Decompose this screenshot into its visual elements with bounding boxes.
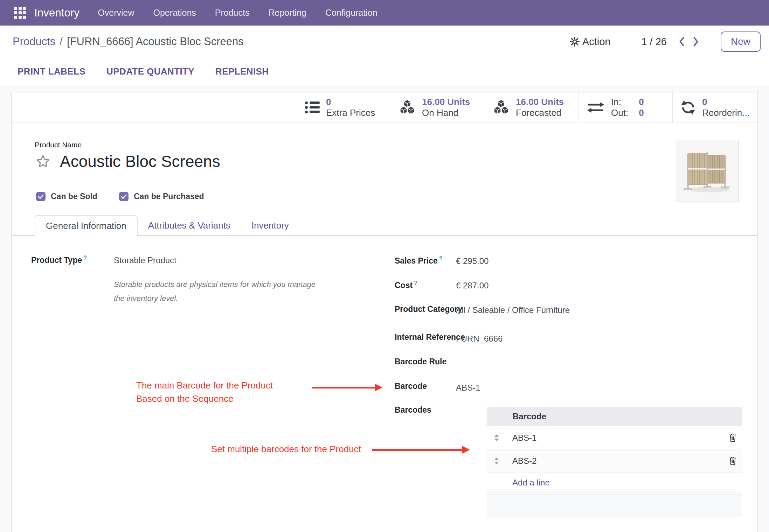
annotation-arrow-icon bbox=[312, 384, 382, 391]
forecasted-stat-button[interactable]: 16.00 Units Forecasted bbox=[485, 92, 579, 122]
notebook-tabs: General Information Attributes & Variant… bbox=[35, 215, 299, 236]
table-row[interactable]: ABS-2 bbox=[487, 449, 742, 472]
star-icon[interactable] bbox=[35, 154, 51, 169]
breadcrumb-current: [FURN_6666] Acoustic Bloc Screens bbox=[67, 35, 244, 48]
tab-inventory[interactable]: Inventory bbox=[241, 215, 299, 236]
product-type-value[interactable]: Storable Product bbox=[114, 255, 176, 265]
barcodes-label: Barcodes bbox=[395, 405, 431, 415]
internal-reference-label: Internal Reference bbox=[395, 332, 465, 342]
on-hand-value: 16.00 Units bbox=[422, 97, 470, 107]
table-row[interactable]: ABS-1 bbox=[487, 426, 742, 449]
annotation-multi-barcode: Set multiple barcodes for the Product bbox=[211, 442, 361, 456]
top-nav: Inventory Overview Operations Products R… bbox=[0, 0, 769, 26]
product-type-help-line2: the inventory level. bbox=[114, 294, 178, 303]
form-sheet: 0 Extra Prices 16.00 Units On Hand bbox=[11, 92, 758, 532]
product-image[interactable] bbox=[676, 140, 739, 202]
product-category-label: Product Category bbox=[395, 304, 462, 314]
delete-column-header bbox=[723, 407, 742, 426]
on-hand-stat-button[interactable]: 16.00 Units On Hand bbox=[391, 92, 485, 122]
nav-item-products[interactable]: Products bbox=[215, 8, 250, 18]
drag-handle-icon[interactable] bbox=[494, 457, 499, 464]
product-type-label: Product Type? bbox=[31, 255, 87, 265]
replenish-button[interactable]: REPLENISH bbox=[215, 66, 269, 77]
gear-icon bbox=[570, 37, 580, 47]
nav-item-operations[interactable]: Operations bbox=[153, 8, 196, 18]
in-out-stat-button[interactable]: In: 0 Out: 0 bbox=[579, 92, 672, 122]
help-question-mark: ? bbox=[439, 255, 443, 261]
chevron-left-icon bbox=[679, 36, 685, 47]
empty-table-footer bbox=[487, 494, 742, 517]
product-name-label: Product Name bbox=[35, 141, 82, 149]
apps-grid-icon[interactable] bbox=[14, 7, 26, 19]
action-label: Action bbox=[582, 36, 611, 48]
extra-prices-label: Extra Prices bbox=[326, 107, 375, 118]
can-be-sold-label: Can be Sold bbox=[51, 192, 97, 201]
statusbar: PRINT LABELS UPDATE QUANTITY REPLENISH bbox=[0, 58, 769, 85]
nav-item-overview[interactable]: Overview bbox=[98, 8, 134, 18]
barcode-value[interactable]: ABS-1 bbox=[456, 383, 480, 393]
nav-menu: Overview Operations Products Reporting C… bbox=[98, 8, 377, 18]
help-question-mark: ? bbox=[414, 280, 417, 286]
app-title[interactable]: Inventory bbox=[34, 7, 79, 19]
nav-item-reporting[interactable]: Reporting bbox=[268, 8, 306, 18]
trash-icon bbox=[728, 433, 737, 442]
breadcrumb-separator: / bbox=[60, 35, 63, 48]
annotation-main-barcode: The main Barcode for the Product Based o… bbox=[136, 379, 273, 405]
list-icon bbox=[305, 102, 320, 113]
update-quantity-button[interactable]: UPDATE QUANTITY bbox=[106, 66, 194, 77]
can-be-purchased-label: Can be Purchased bbox=[134, 192, 204, 201]
checkbox-checked-icon bbox=[119, 192, 129, 201]
barcodes-table: Barcode ABS-1 ABS-2 bbox=[487, 407, 742, 517]
add-a-line-link[interactable]: Add a line bbox=[512, 478, 550, 488]
internal-reference-value[interactable]: FURN_6666 bbox=[456, 334, 503, 344]
reordering-label: Reorderin... bbox=[702, 107, 750, 118]
delete-row-button[interactable] bbox=[723, 433, 742, 442]
in-value: 0 bbox=[639, 97, 644, 107]
new-button[interactable]: New bbox=[721, 31, 761, 52]
product-type-help-line1: Storable products are physical items for… bbox=[114, 280, 316, 289]
action-menu-button[interactable]: Action bbox=[570, 36, 611, 48]
extra-prices-value: 0 bbox=[326, 97, 375, 107]
control-panel: Products / [FURN_6666] Acoustic Bloc Scr… bbox=[0, 26, 769, 58]
delete-row-button[interactable] bbox=[723, 456, 742, 465]
tab-general-information[interactable]: General Information bbox=[35, 215, 138, 237]
refresh-icon bbox=[680, 100, 696, 115]
stat-button-row: 0 Extra Prices 16.00 Units On Hand bbox=[12, 92, 757, 122]
breadcrumb: Products / [FURN_6666] Acoustic Bloc Scr… bbox=[13, 35, 244, 48]
can-be-purchased-checkbox[interactable]: Can be Purchased bbox=[119, 192, 204, 201]
can-be-sold-checkbox[interactable]: Can be Sold bbox=[36, 192, 97, 201]
sales-price-label: Sales Price? bbox=[395, 255, 443, 266]
sales-price-value[interactable]: € 295.00 bbox=[456, 256, 489, 266]
acoustic-screens-picture bbox=[676, 140, 738, 201]
pager-previous-button[interactable] bbox=[679, 36, 685, 47]
record-pager: 1 / 26 bbox=[641, 36, 667, 48]
annotation-arrow-icon bbox=[372, 446, 470, 454]
odoo-product-page: { "nav": { "brand": "Inventory", "items"… bbox=[0, 0, 769, 532]
cubes-icon bbox=[399, 99, 416, 115]
cost-label: Cost? bbox=[395, 280, 417, 290]
reordering-stat-button[interactable]: 0 Reorderin... bbox=[672, 92, 757, 122]
out-label: Out: bbox=[611, 107, 628, 118]
transfer-arrows-icon bbox=[587, 101, 605, 114]
barcode-cell[interactable]: ABS-2 bbox=[506, 456, 723, 466]
barcodes-table-header: Barcode bbox=[487, 407, 742, 426]
product-name-value[interactable]: Acoustic Bloc Screens bbox=[60, 152, 220, 171]
barcode-cell[interactable]: ABS-1 bbox=[506, 433, 723, 443]
tab-attributes-variants[interactable]: Attributes & Variants bbox=[138, 215, 241, 236]
breadcrumb-products-link[interactable]: Products bbox=[13, 35, 55, 48]
print-labels-button[interactable]: PRINT LABELS bbox=[18, 66, 85, 77]
drag-handle-icon[interactable] bbox=[494, 434, 499, 441]
chevron-right-icon bbox=[693, 36, 699, 47]
in-label: In: bbox=[611, 97, 628, 107]
forecasted-value: 16.00 Units bbox=[516, 97, 564, 107]
trash-icon bbox=[728, 456, 737, 465]
nav-item-configuration[interactable]: Configuration bbox=[325, 8, 377, 18]
product-category-value[interactable]: All / Saleable / Office Furniture bbox=[456, 305, 570, 315]
forecasted-label: Forecasted bbox=[516, 107, 564, 118]
barcode-column-header[interactable]: Barcode bbox=[506, 407, 723, 426]
cost-value[interactable]: € 287.00 bbox=[456, 281, 489, 290]
pager-next-button[interactable] bbox=[693, 36, 699, 47]
extra-prices-stat-button[interactable]: 0 Extra Prices bbox=[297, 92, 391, 122]
help-question-mark: ? bbox=[83, 255, 87, 261]
checkbox-checked-icon bbox=[36, 192, 46, 201]
